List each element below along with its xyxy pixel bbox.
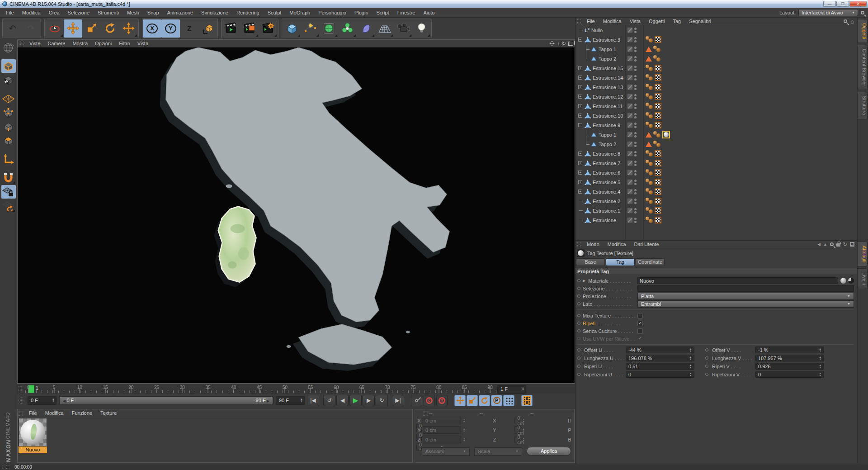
object-row-estrusione-2[interactable]: Estrusione.2 [576, 196, 857, 206]
visibility-toggles[interactable] [627, 103, 637, 109]
menu-item-vista[interactable]: Vista [626, 19, 645, 24]
menu-item-snap[interactable]: Snap [143, 10, 163, 15]
layout-grid-icon[interactable] [850, 242, 854, 247]
layer-color-toggle[interactable] [627, 217, 633, 223]
enable-snap-icon[interactable] [1, 171, 16, 185]
menu-item-aiuto[interactable]: Aiuto [419, 10, 439, 15]
texture-mode-icon[interactable] [1, 73, 16, 87]
phong-tag-icon[interactable] [646, 207, 653, 214]
generators-icon[interactable] [320, 19, 338, 38]
polygons-mode-icon[interactable] [1, 134, 16, 147]
visibility-toggles[interactable] [627, 141, 637, 147]
expand-icon[interactable]: + [578, 114, 582, 118]
coords-scale-select[interactable]: Scala▼ [474, 447, 522, 456]
anim-dot[interactable] [705, 373, 708, 376]
expand-icon[interactable]: + [578, 76, 582, 80]
visibility-dots[interactable] [634, 85, 637, 90]
panel-grip[interactable] [18, 411, 24, 416]
object-row-estrusione-9[interactable]: −Estrusione.9 [576, 120, 857, 130]
visibility-toggles[interactable] [627, 189, 637, 195]
panel-grip[interactable] [2, 465, 10, 470]
panel-grip[interactable] [18, 386, 24, 393]
maximize-button[interactable]: ❐ [836, 1, 849, 7]
object-row-estrusione[interactable]: Estrusione [576, 215, 857, 225]
lunghezza-v-field[interactable]: 107.957 %▲▼ [755, 355, 824, 361]
offset-v-field[interactable]: -1 %▲▼ [755, 347, 824, 353]
search-icon[interactable] [830, 242, 834, 246]
visibility-toggles[interactable] [627, 217, 637, 223]
ripetizioni-v-field[interactable]: 0▲▼ [755, 371, 824, 378]
menu-item-viste[interactable]: Viste [26, 41, 44, 46]
menu-item-finestre[interactable]: Finestre [393, 10, 420, 15]
uvw-tag-icon[interactable] [655, 207, 661, 214]
goto-start-button[interactable]: |◀ [307, 395, 319, 406]
menu-item-sculpt[interactable]: Sculpt [264, 10, 286, 15]
spinner-arrows[interactable]: ▲▼ [818, 356, 821, 360]
object-name[interactable]: Estrusione.12 [593, 94, 623, 100]
scale-tool-icon[interactable] [82, 19, 101, 38]
menu-item-modo[interactable]: Modo [583, 242, 604, 247]
goto-end-button[interactable]: ▶| [392, 395, 404, 406]
visibility-toggles[interactable] [627, 94, 637, 100]
menu-item-modifica[interactable]: Modifica [18, 10, 45, 15]
axis-mode-icon[interactable] [1, 152, 16, 166]
object-name[interactable]: Estrusione [593, 218, 616, 223]
expand-icon[interactable]: + [578, 152, 582, 156]
visibility-toggles[interactable] [627, 46, 637, 52]
object-row-estrusione-6[interactable]: +Estrusione.6 [576, 168, 857, 177]
object-row-estrusione-10[interactable]: +Estrusione.10 [576, 111, 857, 120]
object-row-estrusione-7[interactable]: +Estrusione.7 [576, 158, 857, 168]
object-row-tappo-1[interactable]: Tappo 1 [576, 130, 857, 139]
history-up-icon[interactable]: ▲ [823, 242, 827, 247]
visibility-dots[interactable] [634, 113, 637, 119]
object-row-nullo[interactable]: LoNullo [576, 25, 857, 35]
end-frame-spinner[interactable]: 90 F ▲▼ [276, 396, 305, 405]
lock-x-axis-icon[interactable]: X [143, 19, 161, 38]
lock-z-axis-icon[interactable]: Z [180, 19, 198, 38]
key-rotation-button[interactable] [479, 395, 490, 406]
menu-item-crea[interactable]: Crea [45, 10, 64, 15]
uvw-tag-icon[interactable] [655, 122, 661, 128]
menu-item-file[interactable]: File [25, 410, 41, 416]
panel-grip[interactable] [19, 41, 24, 46]
layer-color-toggle[interactable] [627, 132, 633, 138]
visibility-toggles[interactable] [627, 65, 637, 71]
menu-item-camere[interactable]: Camere [44, 41, 69, 46]
panel-tab-oggetti[interactable]: Oggetti [858, 19, 868, 43]
layer-color-toggle[interactable] [627, 46, 633, 52]
points-mode-icon[interactable] [1, 106, 16, 119]
menu-item-mesh[interactable]: Mesh [123, 10, 143, 15]
phong-tag-icon[interactable] [646, 160, 653, 166]
uvw-tag-icon[interactable] [655, 179, 661, 185]
record-keyframe-button[interactable] [411, 395, 422, 406]
spinner-arrows[interactable]: ▲▼ [818, 364, 821, 368]
panel-grip[interactable] [576, 242, 581, 247]
anim-dot[interactable] [577, 322, 580, 325]
home-icon[interactable]: ⌂ [850, 18, 854, 25]
panel-tab-content-browser[interactable]: Content Browser [858, 45, 868, 90]
render-settings-icon[interactable] [259, 19, 278, 38]
spinner-arrows[interactable]: ▲▼ [688, 348, 692, 352]
tab-tag[interactable]: Tag [606, 258, 635, 266]
spinner-arrows[interactable]: ▲▼ [462, 418, 467, 423]
phong-tag-icon[interactable] [646, 150, 653, 157]
panel-tab-struttura[interactable]: Struttura [858, 92, 868, 119]
menu-item-personaggio[interactable]: Personaggio [314, 10, 350, 15]
anim-dot[interactable] [577, 373, 580, 376]
menu-item-funzione[interactable]: Funzione [68, 410, 96, 416]
anim-dot[interactable] [577, 356, 580, 360]
phong-tag-icon[interactable] [646, 84, 653, 90]
zoom-view-icon[interactable]: ↕ [557, 41, 560, 46]
start-frame-spinner[interactable]: 0 F ▲▼ [28, 396, 57, 405]
object-row-tappo-2[interactable]: Tappo 2 [576, 139, 857, 149]
menu-item-strumenti[interactable]: Strumenti [94, 10, 123, 15]
anim-dot[interactable] [705, 365, 708, 368]
visibility-dots[interactable] [634, 47, 637, 52]
usa-uvw-per-rilievo-checkbox[interactable]: ✓ [637, 336, 643, 342]
phong-tag-icon[interactable] [653, 55, 661, 62]
uvw-tag-icon[interactable] [655, 93, 661, 100]
visibility-toggles[interactable] [627, 27, 637, 33]
last-used-tool-icon[interactable] [119, 19, 138, 38]
timeline-ruler[interactable]: 1 051015202530354045505560657075808590 1… [17, 384, 575, 394]
menu-item-texture[interactable]: Texture [96, 410, 121, 416]
